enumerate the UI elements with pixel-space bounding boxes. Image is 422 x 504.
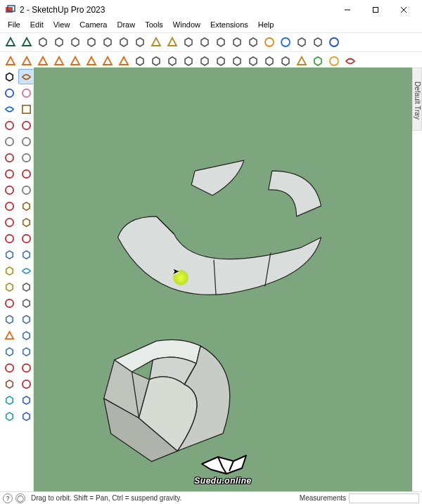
spark-icon[interactable]	[68, 53, 83, 69]
skew-icon[interactable]	[18, 247, 34, 262]
axes-tool-icon[interactable]	[1, 295, 17, 311]
plane-arrow-icon[interactable]	[18, 328, 34, 343]
offset-red-icon[interactable]	[18, 231, 34, 246]
marker-icon[interactable]	[18, 376, 34, 392]
circle-gray-icon[interactable]	[18, 150, 34, 165]
teapot-icon[interactable]	[35, 34, 51, 50]
minimize-button[interactable]	[333, 0, 362, 20]
package-icon[interactable]	[294, 53, 309, 69]
close-button[interactable]	[390, 0, 418, 20]
freehand-red-icon[interactable]	[18, 117, 34, 133]
zoom-find-icon[interactable]	[1, 344, 17, 359]
footprints-icon[interactable]	[1, 376, 17, 392]
selection-icon[interactable]	[310, 53, 326, 69]
corner-icon[interactable]	[18, 182, 34, 198]
triangle-icon[interactable]	[51, 53, 67, 69]
star-teal-icon[interactable]	[1, 408, 17, 424]
axis-ring-icon[interactable]	[294, 34, 309, 50]
circle-orange-icon[interactable]	[35, 53, 51, 69]
fan-icon[interactable]	[165, 53, 180, 69]
pushpull-icon[interactable]	[18, 198, 34, 214]
solid-cube-icon[interactable]	[245, 34, 261, 50]
slant-box-icon[interactable]	[197, 53, 212, 69]
rotate-icon[interactable]	[1, 214, 17, 230]
diag-hatch-icon[interactable]	[213, 34, 229, 50]
select-arrow-icon[interactable]	[1, 69, 17, 84]
maximize-button[interactable]	[362, 0, 390, 20]
menu-file[interactable]: File	[3, 20, 25, 32]
gear-teal-icon[interactable]	[1, 392, 17, 408]
paint-bucket-icon[interactable]	[1, 85, 17, 101]
flare-icon[interactable]	[84, 53, 99, 69]
scale-icon[interactable]	[1, 231, 17, 246]
look-icon[interactable]	[18, 311, 34, 327]
curve-tool-icon[interactable]	[181, 53, 196, 69]
leaf-icon[interactable]	[19, 34, 34, 50]
hex-icon[interactable]	[326, 53, 342, 69]
menu-window[interactable]: Window	[168, 20, 205, 32]
extrude-icon[interactable]	[148, 53, 164, 69]
subtract-icon[interactable]	[262, 53, 277, 69]
offset-icon[interactable]	[213, 53, 229, 69]
section-plane-icon[interactable]	[1, 328, 17, 343]
pie-red-icon[interactable]	[1, 182, 17, 198]
rotate3d-icon[interactable]	[181, 34, 196, 50]
disc-red-icon[interactable]	[1, 150, 17, 165]
menu-extensions[interactable]: Extensions	[205, 20, 253, 32]
contract-red-icon[interactable]	[18, 360, 34, 375]
zoom-extents-icon[interactable]	[18, 344, 34, 359]
menu-tools[interactable]: Tools	[140, 20, 168, 32]
monitor-icon[interactable]	[116, 34, 132, 50]
intersect-icon[interactable]	[229, 53, 245, 69]
wire-cube-icon[interactable]	[229, 34, 245, 50]
walk-icon[interactable]	[1, 311, 17, 327]
lasso-orange-icon[interactable]	[19, 53, 34, 69]
frame-icon[interactable]	[100, 34, 115, 50]
help-hint-icon[interactable]: ?	[3, 493, 13, 503]
pencil-icon[interactable]	[18, 101, 34, 117]
rectangle-icon[interactable]	[1, 134, 17, 149]
line-red-icon[interactable]	[1, 117, 17, 133]
clipboard-icon[interactable]	[148, 34, 164, 50]
ring-orange-icon[interactable]	[116, 53, 132, 69]
protractor-icon[interactable]	[1, 279, 17, 295]
default-tray-tab[interactable]: Default Tray	[412, 67, 422, 131]
wave-blue-icon[interactable]	[18, 392, 34, 408]
arc-red-icon[interactable]	[1, 166, 17, 181]
platform-icon[interactable]	[132, 53, 148, 69]
outer-shell-icon[interactable]	[1, 247, 17, 262]
palette-icon[interactable]	[278, 34, 293, 50]
union-icon[interactable]	[245, 53, 261, 69]
move-icon[interactable]	[1, 198, 17, 214]
viewport-3d[interactable]: ➤ Suedu.online	[34, 67, 412, 491]
teapot-outline-icon[interactable]	[51, 34, 67, 50]
compass-icon[interactable]	[310, 34, 326, 50]
3dtext-icon[interactable]	[18, 295, 34, 311]
half-sun-icon[interactable]	[100, 53, 115, 69]
sun-icon[interactable]	[3, 53, 18, 69]
box-orange-icon[interactable]	[262, 34, 277, 50]
circle-icon[interactable]	[18, 134, 34, 149]
text-label-icon[interactable]	[18, 279, 34, 295]
vray-icon[interactable]	[3, 34, 18, 50]
menu-draw[interactable]: Draw	[112, 20, 140, 32]
red-frame-icon[interactable]	[343, 53, 358, 69]
followme-icon[interactable]	[18, 214, 34, 230]
globe-icon[interactable]	[18, 408, 34, 424]
target-icon[interactable]	[278, 53, 293, 69]
f6-script-icon[interactable]	[326, 34, 342, 50]
camera-icon[interactable]	[84, 34, 99, 50]
arc2-red-icon[interactable]	[18, 166, 34, 181]
menu-camera[interactable]: Camera	[75, 20, 112, 32]
tape-measure-icon[interactable]	[1, 263, 17, 278]
expand-red-icon[interactable]	[1, 360, 17, 375]
cube-blue-icon[interactable]	[1, 101, 17, 117]
render-icon[interactable]	[68, 34, 83, 50]
lock-icon[interactable]	[165, 34, 180, 50]
cube-shadow-icon[interactable]	[197, 34, 212, 50]
menu-view[interactable]: View	[49, 20, 75, 32]
clapper-icon[interactable]	[132, 34, 148, 50]
user-hint-icon[interactable]: ◯	[15, 493, 25, 503]
dimension-icon[interactable]	[18, 263, 34, 278]
eraser-icon[interactable]	[18, 85, 34, 101]
